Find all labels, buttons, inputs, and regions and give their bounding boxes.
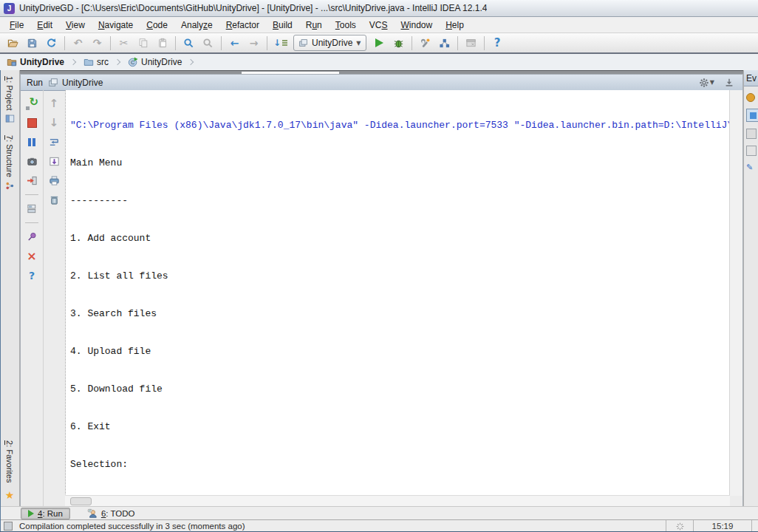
save-all-icon[interactable]: [23, 34, 41, 52]
scrollbar-thumb[interactable]: [70, 497, 92, 505]
toggle-tool-stripes-icon[interactable]: [4, 522, 13, 531]
console-line: Selection:: [70, 458, 730, 471]
breadcrumb-src[interactable]: src: [81, 56, 111, 68]
tool-button-structure[interactable]: 7: Structure: [5, 129, 15, 197]
todo-icon: [87, 508, 98, 519]
debug-icon[interactable]: [389, 34, 408, 52]
menu-refactor[interactable]: Refactor: [219, 18, 266, 32]
open-folder-icon[interactable]: [4, 34, 22, 52]
run-tool-window-header: Run UnityDrive ▼: [21, 75, 742, 91]
menu-view[interactable]: View: [59, 18, 92, 32]
console-line: 4. Upload file: [70, 345, 730, 358]
console-output[interactable]: "C:\Program Files (x86)\Java\jdk1.7.0_17…: [65, 90, 730, 496]
menu-analyze[interactable]: Analyze: [174, 18, 219, 32]
back-icon[interactable]: ←: [225, 34, 244, 52]
toolbar-separator: [175, 36, 176, 50]
run-tab-unitydrive[interactable]: UnityDrive: [48, 78, 103, 88]
synchronize-icon[interactable]: [42, 34, 61, 52]
intellij-app-icon: J: [4, 3, 15, 14]
rerun-icon[interactable]: ↻: [24, 96, 40, 112]
forward-icon: →: [245, 34, 263, 52]
pin-tab-icon[interactable]: [24, 229, 40, 245]
clipped-icon[interactable]: [746, 146, 757, 156]
run-config-combo[interactable]: UnityDrive ▼: [293, 35, 366, 51]
pause-output-icon[interactable]: [24, 134, 40, 150]
toolbar-separator: [267, 36, 267, 50]
run-config-label: UnityDrive: [312, 38, 352, 48]
scroll-to-end-icon[interactable]: [46, 154, 62, 169]
right-panel-clipped: Ev ✎: [743, 70, 758, 507]
settings-wrench-icon[interactable]: [416, 34, 434, 52]
structure-tool-icon: [5, 181, 15, 191]
console-line: 6. Exit: [70, 420, 730, 433]
bottom-tool-stripe: 4: Run 6: TODO: [0, 506, 758, 520]
tool-button-todo[interactable]: 6: TODO: [81, 508, 142, 519]
console-line: 2. List all files: [70, 270, 730, 282]
clipped-icon[interactable]: ✎: [746, 163, 758, 172]
toolbar-separator: [457, 36, 458, 50]
main-toolbar: ↶ ↷ ✂ ← → ↓ UnityDrive ▼ ?: [0, 33, 758, 54]
down-stack-icon: ↓: [46, 115, 62, 131]
paste-icon: [153, 34, 171, 52]
undo-icon: ↶: [69, 34, 87, 52]
copy-icon: [134, 34, 152, 52]
toolbar-separator: [484, 36, 485, 50]
menu-edit[interactable]: Edit: [30, 18, 59, 32]
stop-icon[interactable]: [24, 115, 40, 131]
settings-gear-icon[interactable]: ▼: [697, 78, 717, 88]
clear-all-icon[interactable]: [46, 192, 62, 208]
clock: 15:19: [694, 520, 751, 532]
menu-vcs[interactable]: VCS: [363, 18, 395, 32]
project-structure-icon[interactable]: [435, 34, 454, 52]
project-tool-icon: [5, 114, 15, 123]
run-panel-title: Run: [27, 78, 43, 88]
menu-code[interactable]: Code: [140, 18, 174, 32]
clipped-icon[interactable]: [746, 93, 755, 102]
toolbar-separator: [64, 36, 65, 50]
left-tool-stripe: 1: Project 7: Structure 2: Favorites ★: [0, 70, 20, 507]
menu-run[interactable]: Run: [299, 18, 329, 32]
redo-icon: ↷: [88, 34, 106, 52]
tool-button-run[interactable]: 4: Run: [21, 508, 70, 519]
chevron-right-icon: [70, 59, 76, 65]
menu-build[interactable]: Build: [266, 18, 299, 32]
window-title: UnityDriveGD - [C:\Users\Eric\Documents\…: [19, 3, 487, 13]
chevron-right-icon: [188, 59, 194, 65]
menu-navigate[interactable]: Navigate: [92, 18, 140, 32]
help-icon[interactable]: ?: [24, 267, 40, 283]
close-icon[interactable]: ×: [24, 248, 40, 264]
menu-window[interactable]: Window: [394, 18, 439, 32]
print-icon[interactable]: [46, 173, 62, 188]
thread-dump-camera-icon[interactable]: [24, 154, 40, 169]
run-icon[interactable]: [370, 34, 389, 52]
breadcrumb-project[interactable]: UnityDrive: [4, 56, 66, 68]
toolbar-separator: [25, 194, 38, 195]
menu-help[interactable]: Help: [439, 18, 471, 32]
clipped-icon-pressed[interactable]: [746, 109, 758, 122]
breadcrumb-class[interactable]: C UnityDrive: [126, 56, 184, 68]
console-horizontal-scrollbar[interactable]: [65, 495, 730, 506]
hide-panel-icon[interactable]: [722, 78, 737, 88]
find-icon[interactable]: [180, 34, 198, 52]
help-icon[interactable]: ?: [488, 34, 507, 52]
chevron-down-icon: ▼: [356, 40, 361, 47]
clipped-icon[interactable]: [746, 129, 757, 139]
console-toolbar: ↑ ↓: [43, 90, 66, 506]
restore-layout-icon[interactable]: [24, 201, 40, 216]
menu-tools[interactable]: Tools: [329, 18, 363, 32]
background-process-spinner-icon: [666, 520, 693, 532]
tool-button-favorites[interactable]: 2: Favorites ★: [5, 434, 15, 507]
numeric-sort-icon[interactable]: ↓: [271, 34, 290, 52]
runnable-class-icon: C: [128, 57, 138, 67]
console-vertical-scrollbar[interactable]: [729, 90, 742, 496]
run-tool-window: Run UnityDrive ▼ ↻: [20, 74, 743, 507]
window-titlebar: J UnityDriveGD - [C:\Users\Eric\Document…: [0, 0, 758, 17]
tool-button-project[interactable]: 1: Project: [5, 70, 15, 129]
run-play-icon: [28, 510, 34, 517]
console-line: 5. Download file: [70, 383, 730, 395]
menu-bar: File Edit View Navigate Code Analyze Ref…: [0, 17, 758, 33]
exit-icon[interactable]: [24, 173, 40, 188]
soft-wrap-icon[interactable]: [46, 134, 62, 150]
console-line: 1. Add account: [70, 232, 730, 245]
menu-file[interactable]: File: [3, 18, 30, 32]
